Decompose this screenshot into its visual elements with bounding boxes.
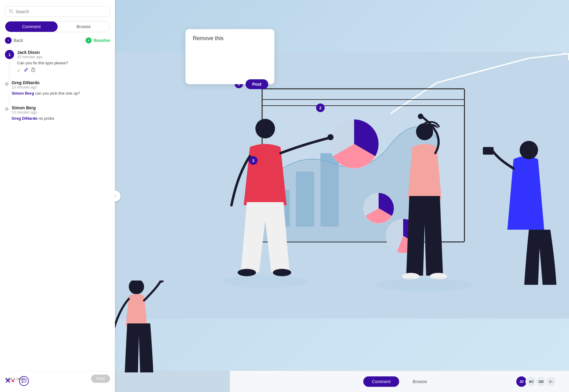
tab-browse[interactable]: Browse [58, 21, 110, 32]
svg-line-1 [12, 12, 13, 13]
user-avatar-plus: 2+ [545, 376, 557, 387]
tab-group: Comment Browse [5, 21, 110, 32]
svg-point-26 [520, 141, 538, 159]
comment-time: 15 minutes ago [17, 55, 110, 59]
logo-dot [12, 380, 14, 382]
main-illustration [115, 0, 569, 371]
back-circle-icon: ‹ [5, 37, 12, 44]
comment-text: Simon Berg can you pick this one up? [12, 91, 110, 96]
comment-body: Simon Berg 13 minutes ago Greg DiNardo n… [12, 105, 110, 123]
comment-thread: 1 Jack Dixon 15 minutes ago Can you fix … [5, 50, 110, 369]
comment-mention: Simon Berg [12, 91, 34, 96]
user-avatars: JD AC GD 2+ [517, 376, 557, 387]
comment-item: 1 Jack Dixon 15 minutes ago Can you fix … [5, 50, 110, 73]
comment-text: Can you fix this typo please? [17, 60, 110, 66]
svg-rect-2 [32, 69, 35, 72]
annotation-badge-2[interactable]: 2 [316, 104, 325, 112]
svg-point-21 [327, 134, 334, 140]
check-icon[interactable]: ✓ [17, 68, 21, 73]
svg-rect-27 [483, 147, 494, 155]
back-button[interactable]: ‹ Back [5, 37, 23, 44]
svg-point-20 [273, 269, 291, 276]
comment-dot [5, 82, 9, 86]
back-label: Back [13, 38, 23, 43]
svg-point-28 [222, 276, 308, 288]
sidebar-footer: ✕ [5, 376, 29, 386]
popup-card: Remove this Post [185, 29, 274, 84]
annotation-badge-3[interactable]: 3 [249, 156, 258, 165]
chat-icon-button[interactable] [19, 376, 29, 386]
sidebar: Comment Browse ‹ Back ✓ Resolve 1 Jack D… [0, 0, 115, 392]
search-bar[interactable] [5, 6, 110, 17]
resolve-check-icon: ✓ [86, 37, 92, 43]
svg-point-29 [376, 278, 474, 292]
resolve-label: Resolve [94, 38, 110, 43]
comment-author: Jack Dixon [17, 50, 110, 55]
comment-actions: ✓ [17, 68, 110, 73]
search-icon [9, 9, 13, 14]
comment-item: Simon Berg 13 minutes ago Greg DiNardo n… [5, 105, 110, 123]
comment-body: Jack Dixon 15 minutes ago Can you fix th… [17, 50, 110, 73]
tab-comment[interactable]: Comment [5, 21, 58, 32]
popup-title: Remove this [193, 35, 267, 42]
comment-author: Greg DiNardo [12, 80, 110, 85]
comment-mention: Greg DiNardo [12, 116, 38, 121]
svg-point-18 [255, 119, 275, 138]
svg-point-23 [418, 114, 423, 119]
comment-dot [5, 107, 9, 111]
resolve-button[interactable]: ✓ Resolve [86, 37, 110, 43]
comment-time: 13 minutes ago [12, 110, 110, 115]
app-container: Comment Browse ‹ Back ✓ Resolve 1 Jack D… [0, 0, 569, 392]
bottom-bar: Comment Browse JD AC GD 2+ [230, 371, 569, 392]
post-reply-button[interactable]: Post [91, 375, 110, 383]
illustration-area: Remove this Post 1 2 3 [115, 0, 569, 371]
comment-time: 13 minutes ago [12, 85, 110, 89]
delete-icon[interactable] [31, 68, 35, 73]
comment-item: Greg DiNardo 13 minutes ago Simon Berg c… [5, 80, 110, 98]
svg-point-19 [238, 269, 256, 276]
main-canvas: ‹ [115, 0, 569, 392]
comment-author: Simon Berg [12, 105, 110, 110]
popup-post-button[interactable]: Post [246, 79, 268, 89]
edit-icon[interactable] [24, 68, 28, 73]
bottom-tab-comment[interactable]: Comment [363, 376, 399, 387]
avatar: 1 [5, 50, 14, 59]
comment-text: Greg DiNardo no probs [12, 116, 110, 121]
bottom-tab-browse[interactable]: Browse [404, 376, 436, 387]
search-input[interactable] [16, 9, 106, 14]
logo-mark: ✕ [5, 377, 10, 385]
nav-row: ‹ Back ✓ Resolve [5, 37, 110, 44]
footer-logo: ✕ [5, 377, 14, 385]
comment-body: Greg DiNardo 13 minutes ago Simon Berg c… [12, 80, 110, 98]
